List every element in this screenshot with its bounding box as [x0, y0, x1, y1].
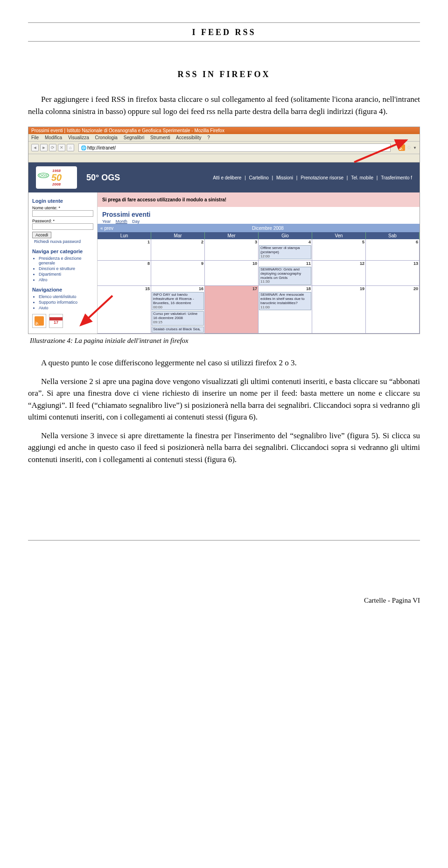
- calendar-month-label: Dicembre 2008: [116, 226, 420, 231]
- figure-4-screenshot: Prossimi eventi | Istituto Nazionale di …: [28, 127, 420, 334]
- page-header-title: I FEED RSS: [28, 28, 420, 37]
- nav-trasferimento[interactable]: Trasferimento f: [381, 175, 412, 180]
- url-text: http://intranet/: [87, 145, 116, 150]
- menu-help[interactable]: ?: [207, 135, 210, 140]
- intranet-main: Si prega di fare accesso utilizzando il …: [98, 192, 420, 334]
- calendar-grid: 1 2 3 4 Offline server di stampa (pcstam…: [98, 239, 420, 334]
- logo-ogs-text: OGS: [38, 173, 49, 178]
- annotation-arrow-rss: [350, 136, 415, 164]
- cat-presidenza[interactable]: Presidenza e direzione generale: [39, 256, 93, 265]
- event-dec16-c[interactable]: Sealab cruises at Black Sea,: [152, 327, 204, 333]
- stop-button[interactable]: ✕: [58, 144, 65, 151]
- login-heading: Login utente: [32, 198, 93, 204]
- annotation-arrow-sidebar-rss: [75, 293, 117, 331]
- categories-list: Presidenza e direzione generale Direzion…: [32, 256, 93, 282]
- login-button[interactable]: Accedi: [32, 232, 51, 238]
- cat-dipartimenti[interactable]: Dipartimenti: [39, 272, 93, 277]
- header-rule-top: [28, 22, 420, 23]
- forward-button[interactable]: ►: [40, 144, 48, 151]
- calendar-day-number: 17: [54, 320, 58, 325]
- navigation-heading: Navigazione: [32, 287, 93, 292]
- password-input[interactable]: [32, 223, 93, 230]
- ogs-logo: 1958 OGS 50 2008: [36, 166, 77, 189]
- footer-rule: [28, 540, 420, 541]
- nav-cartellino[interactable]: Cartellino: [249, 175, 269, 180]
- calendar-toolbar: « prev Dicembre 2008: [98, 224, 420, 232]
- events-heading: Prossimi eventi: [102, 211, 420, 218]
- calendar-view-tabs: Year Month Day: [102, 219, 420, 224]
- username-label: Nome utente: *: [32, 206, 93, 210]
- section-title: RSS IN FIREFOX: [28, 70, 420, 79]
- calendar-day-headers: Lun Mar Mer Gio Ven Sab: [98, 232, 420, 239]
- calendar-prev[interactable]: « prev: [98, 226, 116, 231]
- login-warning: Si prega di fare accesso utilizzando il …: [98, 192, 420, 207]
- logo-year-bottom: 2008: [52, 182, 61, 186]
- calendar-icon[interactable]: 17: [49, 314, 63, 328]
- intranet-title: 50° OGS: [86, 173, 120, 183]
- password-label: Password: *: [32, 219, 93, 223]
- svg-line-1: [81, 296, 112, 325]
- nav-atti[interactable]: Atti e delibere: [213, 175, 241, 180]
- event-dec18[interactable]: SEMINAR: Are mesoscale eddies in shelf s…: [259, 292, 311, 310]
- tab-month[interactable]: Month: [116, 219, 127, 224]
- nav-telmobile[interactable]: Tel. mobile: [351, 175, 373, 180]
- menu-file[interactable]: File: [31, 135, 39, 140]
- tab-day[interactable]: Day: [132, 219, 140, 224]
- categories-heading: Naviga per categorie: [32, 249, 93, 254]
- intro-paragraph: Per aggiungere i feed RSS in firefox bas…: [28, 93, 420, 117]
- menu-segnalibri[interactable]: Segnalibri: [124, 135, 144, 140]
- cat-altro[interactable]: Altro: [39, 277, 93, 282]
- menu-modifica[interactable]: Modifica: [45, 135, 62, 140]
- globe-icon: 🌐: [81, 145, 86, 150]
- intranet-topnav[interactable]: Atti e delibere | Cartellino | Missioni …: [211, 175, 412, 180]
- reload-button[interactable]: ⟳: [49, 144, 56, 151]
- event-dec16-a[interactable]: INFO DAY sul bando infrastrutture di Ric…: [152, 292, 204, 310]
- menu-strumenti[interactable]: Strumenti: [150, 135, 170, 140]
- event-dec16-b[interactable]: Corso per valutatori: Udine 16 dicembre …: [152, 311, 204, 325]
- logo-50: 50: [51, 173, 62, 182]
- forgot-password-link[interactable]: Richiedi nuova password: [34, 239, 93, 244]
- header-rule-bottom: [28, 41, 420, 42]
- firefox-titlebar: Prossimi eventi | Istituto Nazionale di …: [28, 127, 420, 134]
- username-input[interactable]: [32, 210, 93, 217]
- paragraph-3: Nella versione 2 si apre una pagina dove…: [28, 376, 420, 423]
- cat-direzioni[interactable]: Direzioni e strutture: [39, 266, 93, 271]
- tab-year[interactable]: Year: [102, 219, 111, 224]
- nav-prenotazione[interactable]: Prenotazione risorse: [301, 175, 343, 180]
- menu-accessibility[interactable]: Accessibility: [176, 135, 201, 140]
- home-button[interactable]: ⌂: [67, 144, 74, 151]
- menu-cronologia[interactable]: Cronologia: [95, 135, 118, 140]
- event-dec4[interactable]: Offline server di stampa (pcstampe)12:00: [259, 245, 311, 259]
- event-dec11[interactable]: SEMINARIO: Grids and deploying oceanogra…: [259, 267, 311, 285]
- figure-4-caption: Illustrazione 4: La pagina iniziale dell…: [30, 337, 420, 345]
- rss-feed-icon[interactable]: [32, 314, 46, 328]
- svg-line-0: [354, 140, 406, 162]
- intranet-header: 1958 OGS 50 2008 50° OGS Atti e delibere…: [28, 163, 420, 192]
- back-button[interactable]: ◄: [31, 144, 39, 151]
- nav-missioni[interactable]: Missioni: [276, 175, 293, 180]
- paragraph-2: A questo punto le cose differiscono legg…: [28, 357, 420, 369]
- paragraph-4: Nella versione 3 invece si apre direttam…: [28, 430, 420, 466]
- address-bar[interactable]: 🌐 http://intranet/: [78, 143, 391, 152]
- page-footer: Cartelle - Pagina VI: [28, 597, 420, 605]
- menu-visualizza[interactable]: Visualizza: [68, 135, 89, 140]
